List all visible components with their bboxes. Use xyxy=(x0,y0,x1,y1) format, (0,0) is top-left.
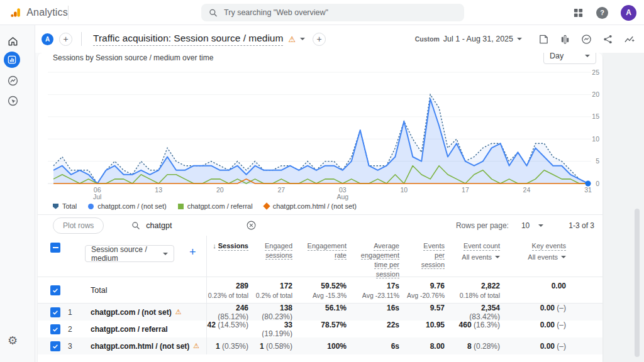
row-checkbox[interactable] xyxy=(50,341,60,351)
table-row: 1 chatgpt.com / (not set) ⚠ 246 (85.12%)… xyxy=(38,304,602,321)
dimension-select[interactable]: Session source / medium xyxy=(85,245,174,262)
event-count-cell: 460 (16.3%) xyxy=(448,321,504,338)
add-comparison-button[interactable]: + xyxy=(59,33,72,46)
home-icon[interactable] xyxy=(5,33,20,48)
total-engagement-rate: 59.52%Avg -15.3% xyxy=(296,282,350,299)
table-search-icon xyxy=(131,221,140,230)
column-header-key-events[interactable]: Key events All events xyxy=(504,241,570,278)
property-avatar[interactable]: A xyxy=(42,33,53,45)
topbar-divider xyxy=(68,6,69,19)
notes-icon[interactable] xyxy=(538,34,549,45)
legend-label: chatgpt.com / referral xyxy=(187,202,253,210)
legend-item-total: Total xyxy=(53,202,77,210)
key-events-filter-select[interactable]: All events xyxy=(504,253,566,262)
avg-engagement-time-cell: 16s xyxy=(350,304,403,321)
sessions-over-time-chart: 051015202506Jul13202703Aug10172431 xyxy=(38,53,602,201)
table-search-input[interactable] xyxy=(146,221,240,230)
total-events-per-session: 9.76Avg -20.76% xyxy=(403,282,448,299)
date-preset-label: Custom xyxy=(415,35,440,43)
svg-text:Aug: Aug xyxy=(336,193,348,200)
column-header-engagement-rate[interactable]: Engagement rate xyxy=(296,241,350,278)
total-checkbox[interactable] xyxy=(50,285,60,295)
global-search-input[interactable] xyxy=(224,8,457,17)
granularity-caret-icon xyxy=(585,55,590,57)
global-search[interactable] xyxy=(201,4,464,21)
engaged-sessions-cell: 1 (0.58%) xyxy=(252,342,296,351)
table-total-row: Total 2890.23% of total 1720.2% of total… xyxy=(38,277,602,304)
date-range-caret-icon xyxy=(517,38,522,40)
row-source-medium: chatgpt.com.html / (not set) ⚠ xyxy=(83,342,199,351)
date-range-picker[interactable]: Custom Jul 1 - Aug 31, 2025 xyxy=(415,35,522,43)
avg-engagement-time-cell: 6s xyxy=(350,342,403,351)
event-count-filter-select[interactable]: All events xyxy=(448,253,500,262)
svg-text:27: 27 xyxy=(277,186,285,194)
row-checkbox[interactable] xyxy=(50,324,60,334)
admin-gear-icon[interactable]: ⚙ xyxy=(5,333,20,348)
share-icon[interactable] xyxy=(602,34,613,45)
total-engaged-sessions: 1720.2% of total xyxy=(252,282,296,299)
svg-text:0: 0 xyxy=(596,180,599,187)
column-header-engaged-sessions[interactable]: Engaged sessions xyxy=(252,241,296,278)
select-all-checkbox[interactable] xyxy=(50,243,60,253)
clear-search-icon[interactable] xyxy=(246,220,257,231)
row-source-medium: chatgpt.com / (not set) ⚠ xyxy=(83,308,182,317)
event-count-cell: 2,354 (83.42%) xyxy=(448,304,504,321)
add-dimension-button[interactable]: + xyxy=(189,246,196,259)
explore-icon[interactable] xyxy=(5,73,20,88)
apps-grid-icon[interactable] xyxy=(573,8,584,18)
svg-text:10: 10 xyxy=(401,186,408,194)
reports-icon[interactable] xyxy=(4,52,20,68)
user-avatar[interactable]: A xyxy=(621,5,636,21)
event-count-cell: 8 (0.28%) xyxy=(448,342,504,351)
total-event-count: 2,8220.18% of total xyxy=(448,282,504,299)
row-source-medium: chatgpt.com / referral ⚠ xyxy=(83,325,168,334)
add-report-button[interactable]: + xyxy=(313,33,326,46)
table-search[interactable] xyxy=(131,220,271,231)
total-avg-engagement-time: 17sAvg -23.11% xyxy=(350,282,403,299)
column-header-events-per-session[interactable]: Events per session xyxy=(403,241,448,278)
analytics-logo[interactable]: Analytics xyxy=(0,6,68,19)
events-per-session-cell: 10.95 xyxy=(403,321,448,338)
key-events-cell: 0.00 (–) xyxy=(504,304,570,321)
rows-per-page-caret-icon xyxy=(538,224,543,227)
app-name: Analytics xyxy=(26,7,68,18)
row-checkbox[interactable] xyxy=(50,307,60,317)
key-events-cell: 0.00 (–) xyxy=(504,342,570,351)
events-per-session-cell: 9.57 xyxy=(403,304,448,321)
legend-item-notset: chatgpt.com / (not set) xyxy=(88,202,166,210)
green-square-marker-icon xyxy=(178,204,184,209)
engagement-rate-cell: 100% xyxy=(296,342,350,351)
svg-text:15: 15 xyxy=(592,112,599,120)
svg-text:24: 24 xyxy=(523,186,531,194)
legend-item-html: chatgpt.com.html / (not set) xyxy=(264,202,357,210)
event-count-caret-icon xyxy=(495,256,500,258)
report-card: Sessions by Session source / medium over… xyxy=(38,53,602,362)
svg-text:10: 10 xyxy=(592,135,599,143)
insights-circle-icon[interactable] xyxy=(581,34,592,45)
vertical-scrollbar[interactable] xyxy=(635,209,640,357)
svg-text:20: 20 xyxy=(592,90,599,98)
sessions-cell: 1 (0.35%) xyxy=(207,342,252,351)
report-header: A + Traffic acquisition: Session source … xyxy=(35,25,644,53)
plot-rows-button[interactable]: Plot rows xyxy=(53,217,104,234)
help-icon[interactable]: ? xyxy=(596,7,608,19)
report-title-caret-icon[interactable] xyxy=(300,38,305,40)
row-index: 1 xyxy=(60,308,83,317)
column-header-sessions[interactable]: ↓ Sessions xyxy=(207,241,252,278)
advertising-icon[interactable] xyxy=(5,93,20,108)
engaged-sessions-cell: 138 (80.23%) xyxy=(252,304,296,321)
avg-engagement-time-cell: 22s xyxy=(350,321,403,338)
rows-per-page-value: 10 xyxy=(521,221,530,230)
column-header-event-count[interactable]: Event count All events xyxy=(448,241,504,278)
column-header-avg-engagement-time[interactable]: Average engagement time per session xyxy=(350,241,403,278)
report-warning-icon: ⚠ xyxy=(288,35,296,44)
svg-text:25: 25 xyxy=(592,69,599,76)
comparison-icon[interactable] xyxy=(560,34,570,45)
dimension-caret-icon xyxy=(163,253,168,255)
total-label: Total xyxy=(83,286,107,295)
sparkline-insights-icon[interactable] xyxy=(624,34,635,45)
rows-per-page-select[interactable]: 10 xyxy=(521,221,543,230)
events-per-session-cell: 8.00 xyxy=(403,342,448,351)
table-row: 3 chatgpt.com.html / (not set) ⚠ 1 (0.35… xyxy=(38,337,602,354)
legend-item-referral: chatgpt.com / referral xyxy=(178,202,253,210)
